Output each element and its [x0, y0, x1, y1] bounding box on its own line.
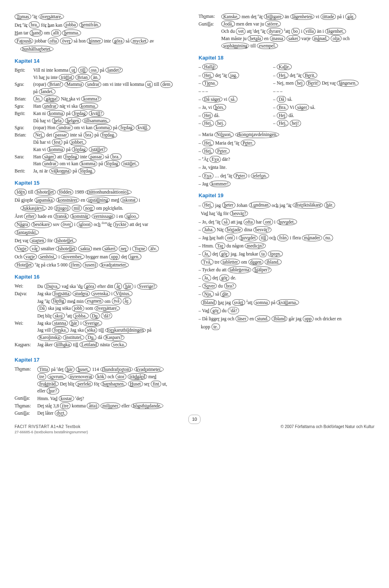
dialog-line: Brian:Nej, det passar inte så bra på fre…	[15, 132, 190, 139]
dialog-line: Berit:Vill ni inte komma ut till oss på …	[15, 67, 190, 74]
body-line: – Ja, det gör jag. Jag brukar ta Ipren.	[199, 251, 374, 258]
footer-left-sub: 27-66685-6 (textbokens beställningsnumme…	[15, 430, 88, 435]
dialog-line: Jag vill forska. Jag ska söka till forsk…	[15, 327, 190, 334]
body-line: – Hej, Peter.	[199, 148, 374, 155]
body-line: – Maria Nilsson, ekonomiavdelningen.	[199, 131, 374, 138]
dialog-line: Sara:Han säger att fredag inte passar så…	[15, 153, 190, 161]
pre-line: Tomas eär översättare.	[15, 13, 190, 21]
dialog-line: Berit:Kan ni komma på fredag kväll?	[15, 110, 190, 117]
body-line: – Ja, vi hörs.	[199, 104, 263, 111]
chapter-heading: Kapitel 16	[15, 273, 190, 281]
dialog-line: Wei:Du Daiva, vad ska rdu göra efter dit…	[15, 283, 190, 290]
dialog-line: Thomas:Kanske, men det eär billigare än …	[199, 13, 374, 21]
body-line: Året efter hade en fransk konstnär verni…	[15, 213, 190, 220]
pre-line: Det eär bra, för han kan jobba hemifrån.	[15, 21, 190, 29]
dialog-line: på landet.	[15, 88, 190, 96]
body-line: Det var starten för Ishotellet.	[15, 237, 190, 245]
dialog-line: Karolinska institutet. Du, då Kaspars?	[15, 334, 190, 341]
dialog-line: Daiva:Jag ska fortsätta studera svenska …	[15, 290, 190, 298]
dialog-line: Då ska jag söka jobb som översättare.	[15, 305, 190, 312]
dialog-line: Vi har ju inte träffat Brian än.	[15, 74, 190, 81]
dialog-line: Det blir skoj åatt jobba. Du rdå?	[15, 312, 190, 320]
pre-line: Fatoush jobbar ofta över så hon hinner i…	[15, 38, 190, 45]
dialog-line: Då har vi hela helgen tillsammans.	[15, 117, 190, 125]
body-line: – eÄr Eva där?	[199, 156, 374, 163]
body-line: Vad har rdu för besvär?	[199, 210, 374, 217]
body-line: – Hej, hej.	[199, 120, 263, 127]
body-line: fantastiskt.	[15, 229, 190, 236]
body-line: – Hej då.	[273, 112, 374, 119]
body-line: – Bra. Vi säger så.	[273, 104, 374, 111]
dialog-line: Gunilla:Det låter dyrt.	[15, 410, 193, 417]
pre-line: Han tar hand om allt hemma.	[15, 30, 190, 37]
dialog-line: Jag eär färdig med min examen om två år.	[15, 298, 190, 305]
body-line: Ibland har jag svårt åatt somna på kväll…	[199, 299, 374, 307]
dialog-line: Thomas:Titta på rdet här huset, 114 (hun…	[15, 366, 193, 373]
dialog-line: Han undrar om vi kan komma på lördag ist…	[15, 160, 190, 168]
dialog-line: sophämtning till exempel.	[199, 43, 374, 50]
body-line: – Hej då.	[199, 112, 263, 119]
footer: FACIT RIVSTART A1+A2 Textbok 27-66685-6 …	[15, 424, 374, 435]
body-line: – Då så.	[273, 96, 374, 103]
body-line: – – –	[273, 88, 374, 95]
left-column: Tomas eär översättare. Det eär bra, för …	[15, 13, 190, 349]
body-line: – Ja, vänta lite.	[199, 164, 374, 171]
body-line: – – –	[199, 88, 263, 95]
body-line: – Tycker du att tabletterna hjälper?	[199, 266, 374, 274]
body-line: Några besökare sov över i igloon och dom…	[15, 221, 190, 228]
body-line: – Då säger vi så.	[199, 96, 263, 103]
dialog-line: Wei:Jag ska stanna här i Sverige.	[15, 320, 190, 327]
k18-two-col: – Hallå! – Hej, det eär jag. – Tjena. – …	[199, 64, 374, 128]
dialog-line: Sara:(ropar) Brian! Mamma undrar om vi i…	[15, 81, 190, 88]
footer-right: © 2007 Författarna och Bokförlaget Natur…	[281, 424, 374, 435]
chapter-heading: Kapitel 14	[15, 57, 190, 65]
body-line: Idén till Ishotellet föddes 1989 (nitton…	[15, 189, 190, 196]
chapter-heading: Kapitel 19	[199, 192, 374, 200]
body-line: – Hej, hej!	[273, 120, 374, 127]
body-line: – Hej, Maria det eär Peter.	[199, 139, 374, 147]
chapter-heading: Kapitel 15	[15, 179, 190, 187]
dialog-line: Gunilla:Jodå, men den var ju större.	[199, 21, 374, 28]
dialog-line: Brian:Jo, gärna! När ska vi komma?	[15, 96, 190, 103]
dialog-line: Sara:(ropar) Hon undrar om vi kan komma …	[15, 124, 190, 132]
body-line: – Jaha. När började dina besvär?	[199, 226, 374, 234]
body-line: – Eva … det eär Peter i telefon.	[199, 172, 374, 180]
body-line: – Vad gör du rdå?	[199, 307, 374, 315]
dialog-line: eller hur?	[15, 388, 193, 395]
body-line: Hotellet eär på cirka 5 000 (fem tusen) …	[15, 261, 190, 269]
body-line: – Hallå!	[199, 64, 263, 71]
body-line: Varje vår smälter Ishotellet sakta men s…	[15, 245, 190, 253]
dialog-line: Berit:Ja, ni är välkomna på lördag.	[15, 168, 190, 175]
dialog-line: Kan vi komma på lördag istället?	[15, 146, 190, 153]
body-line: Två, tre tabletter om dagen ibland.	[199, 259, 374, 266]
body-line: kopp te.	[199, 324, 374, 331]
chapter-heading: Kapitel 17	[15, 356, 374, 364]
body-line: – Hej, det eär jag.	[199, 72, 263, 79]
dialog-line: Thomas:Det står 3,8 (tre komma åtta) mil…	[15, 403, 193, 410]
right-column: Thomas:Kanske, men det eär billigare än …	[199, 13, 374, 349]
body-line: – Jo, det eär så att jag ofta har ont i …	[199, 218, 374, 226]
body-line: – Då ligger jag och läser en stund. Ibla…	[199, 315, 374, 323]
pre-line: hushållsarbetet.	[15, 46, 190, 53]
body-line: – Tjena.	[199, 80, 263, 87]
dialog-line: Och du vet att tdet eär dyrare åatt bo i…	[199, 28, 374, 35]
body-line: – Kalle.	[273, 64, 374, 71]
body-line: Då gjorde japanska konstnärer en utställ…	[15, 197, 190, 204]
body-line: – Jag har haft ont i huvudet till och fr…	[199, 234, 374, 242]
body-line: – Hej, det eär Berit.	[273, 72, 374, 79]
dialog-line: Då har vi fest på jobbet.	[15, 139, 190, 146]
dialog-line: tre sovrum, nyrenoverat kök och stor trä…	[15, 373, 193, 381]
body-line: Och varje senhöst, i november, bygger ma…	[15, 254, 190, 261]
dialog-line: fruktträd. Det blir perfekt för barnbarn…	[15, 381, 193, 388]
dialog-line: Gunilla:Hmm. Vad kostar rdet?	[15, 395, 193, 403]
body-line: – Ja, det gör de.	[199, 275, 374, 282]
page-number: 10	[188, 415, 201, 424]
dialog-line: Kaspars:Jag åker tillbaka till Lettland …	[15, 341, 190, 349]
body-line: – Nej, men hej Berit! Det var längesen.	[273, 80, 374, 87]
two-column-layout: Tomas eär översättare. Det eär bra, för …	[15, 13, 374, 349]
body-line: – Nja, så där.	[199, 291, 374, 298]
body-line: – Hej, jag heter Johan Lundman och jag e…	[199, 202, 374, 209]
body-line: – Sover du bra?	[199, 283, 374, 290]
body-line: – Hmm. Tar du någon medicin?	[199, 243, 374, 250]
body-line: – Jag kommer!	[199, 181, 374, 188]
